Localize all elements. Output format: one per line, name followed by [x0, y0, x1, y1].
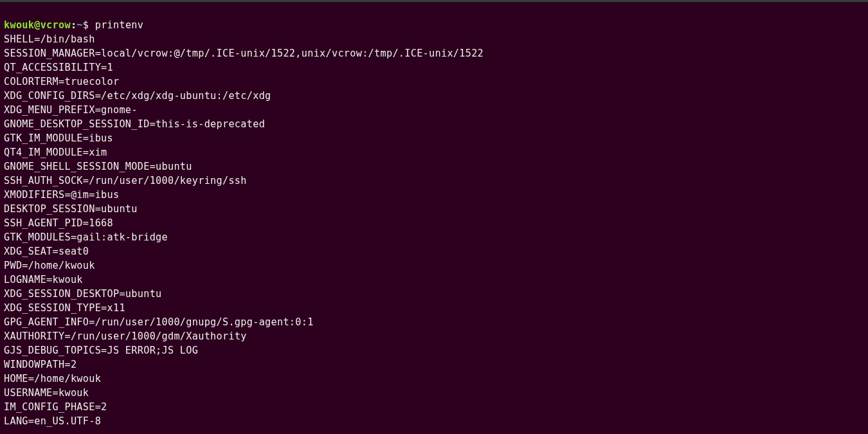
prompt-dollar: $ — [83, 19, 95, 31]
output-line: XDG_SESSION_DESKTOP=ubuntu — [4, 287, 864, 301]
output-line: COLORTERM=truecolor — [4, 75, 864, 89]
output-line: WINDOWPATH=2 — [4, 357, 864, 372]
prompt-line: kwouk@vcrow:~$ printenv — [4, 18, 864, 32]
output-line: GPG_AGENT_INFO=/run/user/1000/gnupg/S.gp… — [4, 315, 864, 329]
terminal-viewport[interactable]: kwouk@vcrow:~$ printenvSHELL=/bin/bashSE… — [0, 3, 868, 434]
output-line: QT4_IM_MODULE=xim — [4, 145, 864, 159]
output-line: GJS_DEBUG_TOPICS=JS ERROR;JS LOG — [4, 343, 864, 357]
output-line: QT_ACCESSIBILITY=1 — [4, 60, 864, 75]
output-line: DESKTOP_SESSION=ubuntu — [4, 202, 864, 216]
output-line: XDG_CONFIG_DIRS=/etc/xdg/xdg-ubuntu:/etc… — [4, 89, 864, 103]
output-line: XAUTHORITY=/run/user/1000/gdm/Xauthority — [4, 329, 864, 343]
output-line: XDG_SESSION_TYPE=x11 — [4, 301, 864, 315]
output-line: SSH_AGENT_PID=1668 — [4, 216, 864, 230]
output-line: GTK_IM_MODULE=ibus — [4, 131, 864, 145]
prompt-cwd: ~ — [77, 19, 82, 31]
output-line: SHELL=/bin/bash — [4, 32, 864, 46]
output-line: XDG_SEAT=seat0 — [4, 244, 864, 258]
command-output: SHELL=/bin/bashSESSION_MANAGER=local/vcr… — [4, 32, 864, 428]
output-line: SSH_AUTH_SOCK=/run/user/1000/keyring/ssh — [4, 174, 864, 188]
prompt-separator: : — [71, 19, 77, 31]
output-line: IM_CONFIG_PHASE=2 — [4, 400, 864, 414]
output-line: GNOME_DESKTOP_SESSION_ID=this-is-depreca… — [4, 117, 864, 131]
output-line: GTK_MODULES=gail:atk-bridge — [4, 230, 864, 244]
output-line: LANG=en_US.UTF-8 — [4, 414, 864, 428]
output-line: XMODIFIERS=@im=ibus — [4, 188, 864, 202]
output-line: LOGNAME=kwouk — [4, 273, 864, 287]
output-line: PWD=/home/kwouk — [4, 258, 864, 273]
prompt-user-host: kwouk@vcrow — [4, 19, 71, 31]
output-line: GNOME_SHELL_SESSION_MODE=ubuntu — [4, 159, 864, 174]
output-line: XDG_MENU_PREFIX=gnome- — [4, 103, 864, 117]
entered-command: printenv — [95, 19, 144, 31]
output-line: HOME=/home/kwouk — [4, 372, 864, 386]
output-line: SESSION_MANAGER=local/vcrow:@/tmp/.ICE-u… — [4, 46, 864, 60]
output-line: USERNAME=kwouk — [4, 386, 864, 400]
